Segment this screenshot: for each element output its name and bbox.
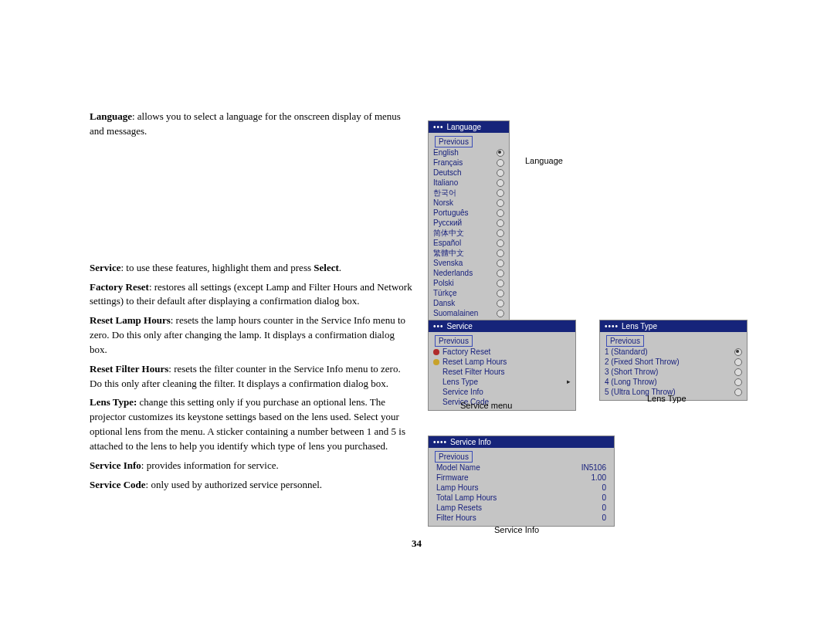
breadcrumb-dots-icon: •••• bbox=[433, 438, 447, 446]
menu-item[interactable]: Service Info bbox=[432, 387, 572, 397]
menu-item-label: 简体中文 bbox=[433, 228, 464, 238]
menu-item-label: Reset Lamp Hours bbox=[442, 357, 507, 367]
radio-icon bbox=[497, 239, 504, 247]
menu-header: ••• Language bbox=[429, 121, 509, 133]
breadcrumb-dots-icon: •••• bbox=[605, 322, 619, 330]
menu-item-left: Factory Reset bbox=[433, 347, 490, 357]
menu-item-left: Reset Lamp Hours bbox=[433, 357, 507, 367]
menu-item-label: Nederlands bbox=[433, 268, 473, 278]
radio-icon bbox=[497, 269, 504, 277]
radio-icon bbox=[734, 358, 742, 366]
menu-previous[interactable]: Previous bbox=[435, 136, 473, 147]
text: . bbox=[339, 262, 341, 273]
para-service-code: Service Code: only used by authorized se… bbox=[90, 478, 414, 493]
vertical-gap bbox=[90, 144, 414, 261]
menu-item[interactable]: Factory Reset bbox=[432, 347, 572, 357]
menu-item[interactable]: 简体中文 bbox=[432, 228, 506, 238]
menu-item[interactable]: Lens Type▸ bbox=[432, 377, 572, 387]
menu-item[interactable]: Français bbox=[432, 158, 506, 168]
menu-items: Factory ResetReset Lamp HoursReset Filte… bbox=[432, 347, 572, 407]
menu-item-label: 3 (Short Throw) bbox=[605, 367, 658, 377]
menu-item[interactable]: Nederlands bbox=[432, 268, 506, 278]
radio-icon bbox=[497, 280, 504, 287]
menu-previous[interactable]: Previous bbox=[435, 335, 473, 347]
menu-body: Previous Model NameIN5106Firmware1.00Lam… bbox=[429, 448, 614, 526]
menu-item-label: Lens Type bbox=[442, 377, 478, 387]
radio-icon bbox=[497, 169, 504, 177]
menu-item[interactable]: Italiano bbox=[432, 178, 506, 188]
menu-item[interactable]: Reset Lamp Hours bbox=[432, 357, 572, 367]
info-row: Lamp Hours0 bbox=[432, 483, 611, 493]
menu-item[interactable]: Русский bbox=[432, 218, 506, 228]
para-factory-reset: Factory Reset: restores all settings (ex… bbox=[90, 280, 414, 310]
text: : allows you to select a language for th… bbox=[90, 110, 401, 137]
menu-item-label: Русский bbox=[433, 218, 462, 228]
menu-item-label: Türkçe bbox=[433, 288, 457, 298]
menu-item[interactable]: 3 (Short Throw) bbox=[603, 367, 744, 377]
menu-item-label: Svenska bbox=[433, 258, 463, 268]
info-value: 0 bbox=[602, 483, 606, 493]
menu-item[interactable]: Deutsch bbox=[432, 168, 506, 178]
radio-icon bbox=[734, 348, 742, 356]
radio-icon bbox=[734, 388, 742, 396]
menu-item-label: English bbox=[433, 147, 459, 158]
menu-item-label: 한국어 bbox=[433, 188, 456, 198]
menu-item[interactable]: Suomalainen bbox=[432, 308, 506, 318]
info-key: Lamp Resets bbox=[436, 503, 482, 513]
menu-previous[interactable]: Previous bbox=[606, 335, 644, 347]
radio-icon bbox=[497, 249, 504, 257]
menu-header: •••• Lens Type bbox=[600, 320, 747, 332]
menu-item[interactable]: Türkçe bbox=[432, 288, 506, 298]
menu-item-label: 4 (Long Throw) bbox=[605, 377, 657, 387]
menu-item[interactable]: Dansk bbox=[432, 298, 506, 308]
menu-service: ••• Service Previous Factory ResetReset … bbox=[428, 320, 576, 411]
term-reset-lamp: Reset Lamp Hours bbox=[90, 314, 171, 326]
info-key: Lamp Hours bbox=[436, 483, 478, 493]
menu-item-label: Polski bbox=[433, 278, 454, 288]
menu-item[interactable]: 2 (Fixed Short Throw) bbox=[603, 357, 744, 367]
radio-icon bbox=[497, 310, 504, 317]
menu-body: Previous 1 (Standard)2 (Fixed Short Thro… bbox=[600, 332, 747, 400]
breadcrumb-dots-icon: ••• bbox=[433, 123, 444, 131]
menu-item[interactable]: 1 (Standard) bbox=[603, 347, 744, 357]
menu-previous[interactable]: Previous bbox=[435, 451, 473, 463]
menu-item[interactable]: Polski bbox=[432, 278, 506, 288]
menu-item[interactable]: Español bbox=[432, 238, 506, 248]
text: : to use these features, highlight them … bbox=[120, 262, 314, 273]
menu-item[interactable]: 4 (Long Throw) bbox=[603, 377, 744, 387]
menu-item[interactable]: Reset Filter Hours bbox=[432, 367, 572, 377]
menu-item-left: Service Info bbox=[433, 387, 483, 397]
menu-item[interactable]: Svenska bbox=[432, 258, 506, 268]
info-row: Total Lamp Hours0 bbox=[432, 493, 611, 503]
radio-icon bbox=[497, 259, 504, 267]
menu-item-label: 2 (Fixed Short Throw) bbox=[605, 357, 680, 367]
menu-item[interactable]: 繁體中文 bbox=[432, 248, 506, 258]
menu-item[interactable]: Português bbox=[432, 208, 506, 218]
menu-item[interactable]: Norsk bbox=[432, 198, 506, 208]
radio-icon bbox=[497, 159, 504, 167]
menu-item-label: Italiano bbox=[433, 178, 458, 188]
info-key: Model Name bbox=[436, 463, 480, 473]
menu-items: EnglishFrançaisDeutschItaliano한국어NorskPo… bbox=[432, 147, 506, 318]
menu-item-label: Service Info bbox=[442, 387, 483, 397]
para-lens-type: Lens Type: change this setting only if y… bbox=[90, 395, 414, 453]
menu-service-info: •••• Service Info Previous Model NameIN5… bbox=[428, 436, 615, 527]
para-reset-lamp: Reset Lamp Hours: resets the lamp hours … bbox=[90, 314, 414, 358]
menu-title: Service Info bbox=[450, 438, 491, 446]
radio-icon bbox=[497, 149, 504, 157]
menu-item-label: Factory Reset bbox=[442, 347, 490, 357]
menu-item-left: Reset Filter Hours bbox=[433, 367, 505, 377]
para-service-info: Service Info: provides information for s… bbox=[90, 459, 414, 473]
menu-title: Service bbox=[447, 322, 473, 330]
menu-item-label: Español bbox=[433, 238, 461, 248]
text: : provides information for service. bbox=[141, 459, 279, 471]
menu-item[interactable]: 한국어 bbox=[432, 188, 506, 198]
chevron-right-icon: ▸ bbox=[567, 377, 571, 387]
caption-service-menu: Service menu bbox=[460, 401, 512, 410]
info-row: Firmware1.00 bbox=[432, 473, 611, 483]
info-value: 1.00 bbox=[592, 473, 606, 483]
term-factory-reset: Factory Reset bbox=[90, 281, 149, 293]
menu-language: ••• Language Previous EnglishFrançaisDeu… bbox=[428, 120, 510, 322]
menu-item[interactable]: English bbox=[432, 147, 506, 158]
menu-item-left: Lens Type bbox=[433, 377, 478, 387]
